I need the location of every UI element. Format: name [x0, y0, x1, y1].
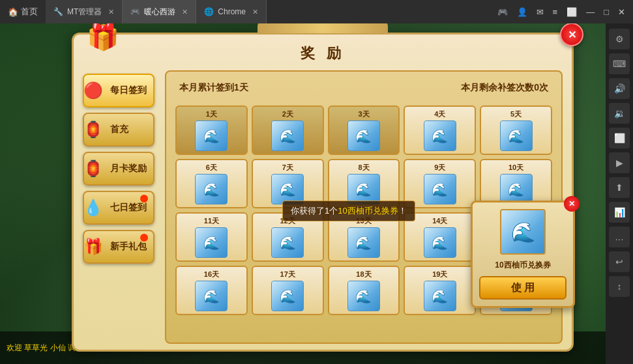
upload-btn[interactable]: ⬆	[609, 177, 630, 198]
left-nav: 🔴 每日签到 🏮 首充 🏮 月卡奖励 💧 七日签到 🎁 新手礼包	[83, 74, 155, 264]
home-label: 首页	[21, 6, 38, 18]
day-cell-2[interactable]: 2天🌊	[252, 105, 324, 155]
home-tab[interactable]: 🏠 首页	[0, 6, 46, 18]
day-cell-18[interactable]: 18天🌊	[328, 266, 400, 315]
tab-chrome-label: Chrome	[218, 7, 246, 16]
monthly-reward-icon: 🏮	[79, 154, 108, 183]
day-cell-17[interactable]: 17天🌊	[252, 266, 324, 315]
nav-monthly-reward[interactable]: 🏮 月卡奖励	[83, 152, 155, 186]
day-reward-9: 🌊	[424, 174, 456, 204]
day-label-10: 10天	[508, 163, 523, 173]
screen-resize-btn[interactable]: ⬜	[609, 128, 630, 148]
menu-icon[interactable]: ≡	[550, 7, 561, 17]
daily-checkin-icon: 🔴	[79, 76, 108, 105]
day-cell-16[interactable]: 16天🌊	[175, 266, 248, 315]
day-reward-6: 🌊	[195, 174, 228, 204]
screen-icon[interactable]: ⬜	[564, 7, 580, 17]
day-reward-18: 🌊	[347, 281, 380, 311]
day-cell-6[interactable]: 6天🌊	[175, 159, 248, 208]
day-cell-19[interactable]: 19天🌊	[404, 266, 476, 315]
item-popup-name: 10西柚币兑换券	[479, 260, 567, 271]
reward-sparkle-2: 🌊	[280, 128, 296, 144]
reward-sparkle-5: 🌊	[508, 128, 524, 144]
reward-sparkle-3: 🌊	[355, 128, 372, 144]
tab-mt-label: MT管理器	[67, 7, 102, 18]
day-reward-4: 🌊	[424, 120, 456, 151]
reward-sparkle-8: 🌊	[355, 182, 372, 197]
play-btn[interactable]: ▶	[609, 152, 630, 173]
day-label-11: 11天	[204, 216, 219, 226]
tooltip-highlight: 10西柚币兑换券	[338, 206, 398, 216]
seven-day-icon: 💧	[79, 193, 108, 222]
reward-sparkle-12: 🌊	[280, 235, 296, 251]
day-label-16: 16天	[204, 270, 219, 279]
nav-seven-day[interactable]: 💧 七日签到	[83, 191, 155, 225]
home-icon: 🏠	[8, 7, 18, 17]
item-popup-close-button[interactable]: ✕	[564, 196, 580, 212]
maximize-btn[interactable]: □	[601, 7, 611, 17]
day-label-17: 17天	[280, 270, 295, 279]
more-btn[interactable]: …	[609, 227, 630, 247]
nav-first-charge-label: 首充	[110, 124, 128, 135]
keyboard-btn[interactable]: ⌨	[609, 53, 630, 74]
day-label-18: 18天	[356, 270, 371, 279]
day-cell-11[interactable]: 11天🌊	[175, 212, 248, 262]
stats-bar: 本月累计签到1天 本月剩余补签次数0次	[173, 78, 555, 98]
day-label-6: 6天	[206, 163, 217, 173]
settings-btn[interactable]: ⚙	[609, 29, 630, 49]
close-btn[interactable]: ✕	[615, 7, 628, 17]
tab-mt[interactable]: 🔧 MT管理器 ✕	[46, 0, 123, 23]
day-reward-3: 🌊	[347, 120, 380, 151]
mail-icon[interactable]: ✉	[534, 7, 546, 17]
use-button[interactable]: 使 用	[479, 276, 567, 300]
back-btn[interactable]: ↩	[609, 251, 630, 272]
volume-low-btn[interactable]: 🔉	[609, 103, 630, 124]
tab-chrome-close[interactable]: ✕	[252, 8, 258, 16]
reward-sparkle-4: 🌊	[432, 128, 448, 144]
tab-wxxy[interactable]: 🎮 暖心西游 ✕	[123, 0, 196, 23]
nav-daily-checkin[interactable]: 🔴 每日签到	[83, 74, 155, 107]
day-label-19: 19天	[432, 270, 447, 279]
dialog-overlay: 🎁 奖 励 ✕ 🔴 每日签到 🏮 首充 🏮 月卡奖励 💧 七日签到	[39, 26, 561, 358]
remaining-checkin-stat: 本月剩余补签次数0次	[461, 82, 548, 94]
day-cell-1[interactable]: 1天🌊	[175, 105, 248, 155]
tab-wxxy-close[interactable]: ✕	[182, 8, 188, 16]
reward-sparkle-1: 🌊	[203, 128, 220, 144]
nav-seven-day-label: 七日签到	[110, 202, 147, 214]
nav-daily-label: 每日签到	[110, 85, 147, 96]
volume-high-btn[interactable]: 🔊	[609, 78, 630, 99]
day-label-2: 2天	[282, 109, 293, 119]
item-popup: ✕ 🌊 10西柚币兑换券 使 用	[471, 201, 575, 308]
minimize-btn[interactable]: —	[583, 7, 597, 17]
day-reward-7: 🌊	[271, 174, 304, 204]
reward-sparkle-9: 🌊	[432, 182, 448, 197]
day-cell-5[interactable]: 5天🌊	[480, 105, 552, 155]
wxxy-icon: 🎮	[130, 7, 140, 16]
use-button-label: 使 用	[511, 281, 535, 295]
reward-sparkle-7: 🌊	[280, 182, 296, 197]
tab-mt-close[interactable]: ✕	[108, 8, 114, 16]
right-sidebar: ⚙ ⌨ 🔊 🔉 ⬜ ▶ ⬆ 📊 … ↩ ↕	[606, 23, 633, 364]
dialog-header: 奖 励 ✕	[74, 35, 572, 68]
day-reward-13: 🌊	[347, 227, 380, 258]
scroll-btn[interactable]: ↕	[609, 276, 630, 297]
reward-sparkle-19: 🌊	[432, 288, 448, 304]
day-cell-3[interactable]: 3天🌊	[328, 105, 400, 155]
monthly-checkin-stat: 本月累计签到1天	[179, 82, 248, 94]
reward-sparkle-16: 🌊	[203, 288, 220, 304]
nav-newbie[interactable]: 🎁 新手礼包	[83, 230, 155, 264]
dialog-close-button[interactable]: ✕	[560, 23, 583, 46]
newbie-icon: 🎁	[79, 232, 108, 261]
item-popup-image: 🌊	[500, 209, 546, 255]
reward-sparkle-14: 🌊	[432, 235, 448, 251]
tooltip-popup: 你获得了1个10西柚币兑换券！	[282, 201, 415, 221]
day-cell-4[interactable]: 4天🌊	[404, 105, 476, 155]
user-icon[interactable]: 👤	[514, 7, 530, 17]
nav-first-charge[interactable]: 🏮 首充	[83, 113, 155, 147]
day-label-3: 3天	[358, 109, 369, 119]
tooltip-text: 你获得了1个	[291, 206, 338, 216]
tab-chrome[interactable]: 🌐 Chrome ✕	[196, 0, 267, 23]
gamepad-icon[interactable]: 🎮	[495, 7, 510, 17]
chart-btn[interactable]: 📊	[609, 202, 630, 223]
day-reward-11: 🌊	[195, 227, 228, 258]
